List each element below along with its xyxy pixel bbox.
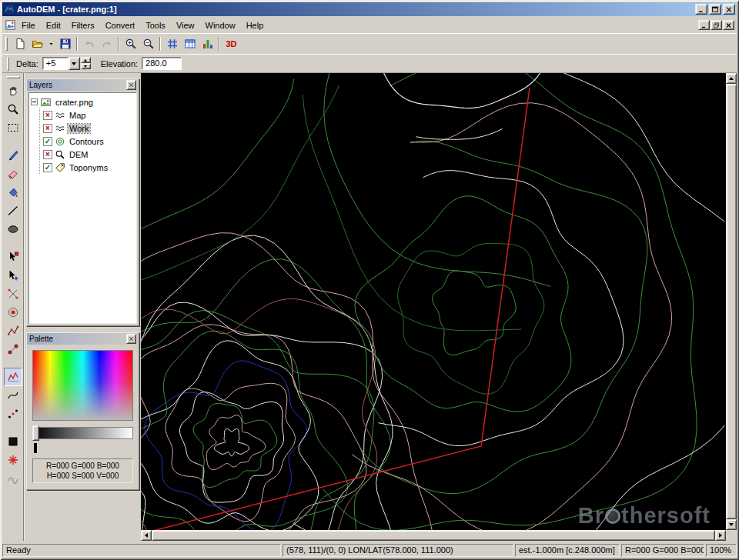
layer-checked-checkbox[interactable]: ✓ bbox=[43, 137, 52, 146]
vertical-scrollbar[interactable] bbox=[726, 73, 737, 530]
open-dropdown-button[interactable] bbox=[46, 35, 56, 52]
format-toolbar-grip[interactable] bbox=[7, 57, 9, 71]
layer-checked-checkbox[interactable]: ✓ bbox=[43, 163, 52, 172]
layer-row-map[interactable]: ×Map bbox=[43, 108, 135, 122]
undo-button[interactable] bbox=[80, 35, 98, 52]
layer-label[interactable]: Contours bbox=[68, 137, 105, 146]
content-area: Layers crater.png ×Map×Work✓Contours×DEM… bbox=[2, 72, 737, 541]
layer-label[interactable]: DEM bbox=[68, 150, 89, 159]
layer-root-label[interactable]: crater.png bbox=[54, 98, 95, 107]
menu-item-file[interactable]: File bbox=[16, 18, 41, 32]
menu-item-tools[interactable]: Tools bbox=[140, 18, 171, 32]
grayscale-gradient[interactable] bbox=[32, 427, 133, 439]
palette-panel-close-button[interactable] bbox=[126, 334, 136, 344]
mdi-close-button[interactable] bbox=[723, 20, 734, 30]
open-folder-button[interactable] bbox=[28, 35, 46, 52]
layer-row-contours[interactable]: ✓Contours bbox=[43, 135, 135, 148]
save-button[interactable] bbox=[56, 35, 74, 52]
scroll-down-button[interactable] bbox=[726, 519, 737, 530]
curve-tool-button[interactable] bbox=[4, 386, 22, 405]
menu-item-help[interactable]: Help bbox=[241, 18, 269, 32]
layers-panel-close-button[interactable] bbox=[126, 80, 136, 90]
horizontal-scrollbar[interactable] bbox=[141, 530, 726, 541]
format-toolbar: Delta: +5 Elevation: 280.0 bbox=[2, 54, 737, 72]
collapse-icon[interactable] bbox=[31, 98, 38, 105]
black-square-tool-button[interactable] bbox=[4, 432, 22, 451]
layer-row-toponyms[interactable]: ✓Toponyms bbox=[43, 161, 135, 174]
menu-item-window[interactable]: Window bbox=[200, 18, 241, 32]
delta-spin-up-button[interactable] bbox=[81, 57, 91, 63]
down-arrow-icon bbox=[729, 523, 734, 528]
red-node-tool-button[interactable] bbox=[4, 303, 22, 322]
pen-tool-button[interactable] bbox=[4, 146, 22, 165]
cut-node-tool-button[interactable] bbox=[4, 285, 22, 303]
layer-label[interactable]: Work bbox=[68, 124, 90, 133]
delta-combo[interactable]: +5 bbox=[42, 57, 91, 70]
node-arrow-tool-button[interactable] bbox=[4, 248, 22, 266]
layers-panel-titlebar[interactable]: Layers bbox=[27, 79, 139, 91]
delta-spin-down-button[interactable] bbox=[81, 63, 91, 69]
tool-strip-grip[interactable] bbox=[6, 76, 20, 78]
gray-curve-tool-button[interactable] bbox=[4, 469, 22, 488]
globe-icon bbox=[605, 508, 620, 524]
redo-button[interactable] bbox=[98, 35, 115, 52]
scroll-left-button[interactable] bbox=[141, 530, 152, 541]
red-burst-tool-button[interactable] bbox=[4, 451, 22, 469]
eraser-tool-button[interactable] bbox=[4, 165, 22, 183]
scroll-up-button[interactable] bbox=[726, 73, 737, 84]
maximize-button[interactable] bbox=[709, 4, 721, 15]
line-tool-button[interactable] bbox=[4, 202, 22, 220]
horizontal-scrollbar-thumb[interactable] bbox=[152, 530, 715, 541]
menu-item-edit[interactable]: Edit bbox=[41, 18, 66, 32]
pan-tool-button[interactable] bbox=[4, 82, 22, 100]
value-slider-pointer[interactable] bbox=[34, 443, 37, 453]
close-button[interactable] bbox=[723, 4, 735, 15]
layer-unchecked-checkbox[interactable]: × bbox=[43, 150, 52, 159]
menu-item-view[interactable]: View bbox=[171, 18, 200, 32]
mdi-restore-button[interactable] bbox=[711, 20, 722, 30]
zoom-in-button[interactable] bbox=[122, 35, 139, 52]
layer-label[interactable]: Toponyms bbox=[68, 163, 109, 172]
scroll-right-button[interactable] bbox=[715, 530, 726, 541]
mdi-minimize-button[interactable] bbox=[698, 20, 710, 30]
palette-panel-titlebar[interactable]: Palette bbox=[27, 333, 139, 345]
zoom-tool-button[interactable] bbox=[4, 100, 22, 118]
histogram-button[interactable] bbox=[199, 35, 216, 52]
link-nodes-tool-button[interactable] bbox=[4, 340, 22, 358]
ellipse-tool-button[interactable] bbox=[4, 220, 22, 238]
zoom-out-button[interactable] bbox=[139, 35, 157, 52]
polyline-nodes-tool-button[interactable] bbox=[4, 322, 22, 340]
layer-unchecked-checkbox[interactable]: × bbox=[43, 124, 52, 133]
cut-node-icon bbox=[7, 288, 19, 300]
delta-value-field[interactable]: +5 bbox=[42, 57, 69, 70]
elevation-value-field[interactable]: 280.0 bbox=[142, 57, 182, 70]
layer-row-dem[interactable]: ×DEM bbox=[43, 148, 135, 161]
layer-unchecked-checkbox[interactable]: × bbox=[43, 111, 52, 120]
grid-button[interactable] bbox=[163, 35, 181, 52]
new-document-button[interactable] bbox=[11, 35, 28, 52]
minimize-button[interactable] bbox=[695, 4, 707, 15]
menu-item-convert[interactable]: Convert bbox=[100, 18, 141, 32]
vertical-scrollbar-thumb[interactable] bbox=[726, 84, 737, 519]
menu-item-filters[interactable]: Filters bbox=[66, 18, 100, 32]
table-button[interactable] bbox=[181, 35, 199, 52]
rgb-readout: R=000 G=000 B=000 bbox=[33, 461, 132, 471]
layer-row-work[interactable]: ×Work bbox=[43, 122, 135, 135]
toolbar-grip[interactable] bbox=[5, 37, 8, 51]
hue-saturation-picker[interactable] bbox=[32, 350, 133, 421]
bucket-tool-button[interactable] bbox=[4, 183, 22, 202]
toolbar-separator bbox=[219, 37, 220, 51]
profile-tool-button[interactable] bbox=[4, 368, 22, 386]
layer-root-row[interactable]: crater.png bbox=[31, 95, 135, 108]
value-slider[interactable] bbox=[32, 427, 133, 439]
three-d-button[interactable]: 3D bbox=[222, 35, 240, 52]
map-viewport[interactable]: Brthersoft bbox=[141, 73, 726, 530]
marquee-tool-button[interactable] bbox=[4, 118, 22, 137]
delta-spinner bbox=[81, 57, 91, 70]
value-slider-handle[interactable] bbox=[32, 425, 39, 441]
delta-dropdown-button[interactable] bbox=[69, 57, 80, 70]
node-arrow-plus-tool-button[interactable] bbox=[4, 266, 22, 285]
contour-map-canvas[interactable] bbox=[141, 73, 724, 530]
dots-tool-button[interactable] bbox=[4, 405, 22, 423]
layer-label[interactable]: Map bbox=[68, 111, 87, 120]
